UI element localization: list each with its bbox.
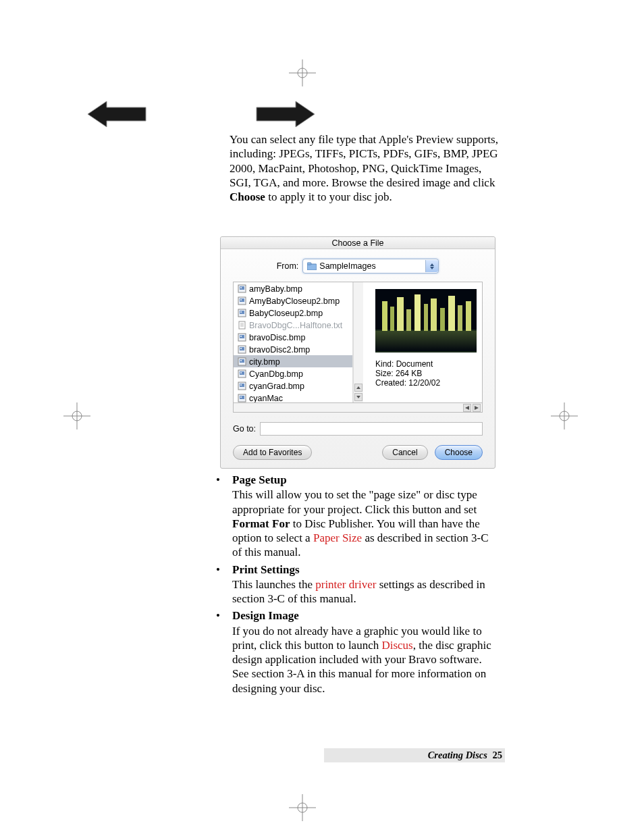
file-row[interactable]: CyanDbg.bmp bbox=[234, 367, 352, 380]
intro-bold: Choose bbox=[230, 190, 265, 203]
bullet-icon: • bbox=[216, 473, 220, 487]
file-list[interactable]: amyBaby.bmpAmyBabyCloseup2.bmpBabyCloseu… bbox=[234, 282, 353, 402]
design-image-heading: Design Image bbox=[232, 608, 500, 623]
from-folder-select[interactable]: SampleImages bbox=[302, 259, 439, 273]
svg-rect-53 bbox=[414, 294, 421, 331]
file-row[interactable]: BabyCloseup2.bmp bbox=[234, 307, 352, 319]
goto-label: Go to: bbox=[233, 424, 256, 434]
file-row[interactable]: amyBaby.bmp bbox=[234, 282, 352, 294]
bullet-icon: • bbox=[216, 608, 220, 623]
from-folder-value: SampleImages bbox=[319, 261, 375, 271]
image-file-icon bbox=[238, 369, 246, 378]
svg-rect-51 bbox=[397, 297, 404, 331]
svg-point-34 bbox=[240, 348, 242, 349]
file-name: BabyCloseup2.bmp bbox=[249, 309, 323, 318]
svg-rect-39 bbox=[240, 371, 244, 375]
file-name: CyanDbg.bmp bbox=[249, 369, 303, 379]
svg-rect-59 bbox=[466, 301, 471, 331]
svg-rect-20 bbox=[240, 298, 244, 302]
svg-rect-23 bbox=[240, 311, 244, 314]
scroll-right-icon[interactable] bbox=[473, 404, 481, 412]
image-file-icon bbox=[238, 382, 246, 390]
file-name: bravoDisc.bmp bbox=[249, 333, 305, 342]
svg-point-43 bbox=[240, 384, 242, 386]
file-row[interactable]: BravoDbgC...Halftone.txt bbox=[234, 319, 352, 331]
intro-tail: to apply it to your disc job. bbox=[265, 190, 392, 203]
add-to-favorites-button[interactable]: Add to Favorites bbox=[233, 445, 312, 460]
horizontal-scrollbar[interactable] bbox=[233, 403, 483, 413]
file-row[interactable]: cyanMac bbox=[234, 392, 352, 402]
file-row[interactable]: bravoDisc2.bmp bbox=[234, 343, 352, 355]
svg-rect-50 bbox=[390, 307, 394, 331]
prev-page-arrow[interactable] bbox=[88, 100, 147, 128]
svg-point-18 bbox=[240, 287, 242, 288]
crop-mark-bottom bbox=[289, 794, 316, 821]
crop-mark-left bbox=[63, 402, 90, 429]
svg-rect-52 bbox=[406, 309, 411, 331]
svg-rect-33 bbox=[240, 347, 244, 350]
discus-link[interactable]: Discus bbox=[381, 639, 412, 652]
footer-section: Creating Discs bbox=[428, 750, 487, 760]
file-name: city.bmp bbox=[249, 357, 280, 367]
choose-file-dialog: Choose a File From: SampleImages amyBaby… bbox=[220, 236, 495, 469]
svg-rect-55 bbox=[431, 298, 437, 331]
image-file-icon bbox=[238, 284, 246, 293]
text-file-icon bbox=[238, 321, 246, 330]
printer-driver-link[interactable]: printer driver bbox=[315, 578, 376, 591]
svg-rect-45 bbox=[240, 396, 244, 399]
file-row[interactable]: city.bmp bbox=[234, 355, 352, 367]
file-row[interactable]: cyanGrad.bmp bbox=[234, 380, 352, 392]
file-row[interactable]: AmyBabyCloseup2.bmp bbox=[234, 294, 352, 307]
intro-text: You can select any file type that Apple'… bbox=[230, 133, 498, 189]
bullet-list: • Page Setup This will allow you to set … bbox=[216, 473, 500, 698]
stepper-icon bbox=[425, 260, 438, 272]
bullet-icon: • bbox=[216, 563, 220, 577]
cancel-button[interactable]: Cancel bbox=[382, 445, 427, 460]
svg-point-40 bbox=[240, 372, 242, 373]
preview-pane: Kind: Document Size: 264 KB Created: 12/… bbox=[363, 282, 482, 402]
design-image-item: • Design Image If you do not already hav… bbox=[216, 608, 500, 696]
file-name: BravoDbgC...Halftone.txt bbox=[249, 321, 342, 330]
image-file-icon bbox=[238, 296, 246, 305]
svg-rect-36 bbox=[240, 359, 244, 363]
image-file-icon bbox=[238, 394, 246, 402]
svg-marker-13 bbox=[257, 101, 315, 127]
page-footer: Creating Discs 25 bbox=[324, 748, 505, 762]
file-row[interactable]: bravoDisc.bmp bbox=[234, 331, 352, 343]
svg-marker-12 bbox=[88, 101, 146, 127]
choose-button[interactable]: Choose bbox=[435, 445, 483, 460]
print-settings-item: • Print Settings This launches the print… bbox=[216, 563, 500, 606]
svg-rect-49 bbox=[382, 301, 387, 331]
file-name: AmyBabyCloseup2.bmp bbox=[249, 296, 340, 306]
preview-size: Size: 264 KB bbox=[375, 369, 477, 378]
dialog-title: Choose a File bbox=[221, 237, 495, 249]
svg-rect-57 bbox=[448, 296, 455, 331]
file-list-scrollbar[interactable] bbox=[353, 282, 363, 402]
image-file-icon bbox=[238, 309, 246, 317]
file-browser: amyBaby.bmpAmyBabyCloseup2.bmpBabyCloseu… bbox=[233, 282, 483, 403]
scroll-left-icon[interactable] bbox=[463, 404, 471, 412]
svg-rect-54 bbox=[424, 304, 428, 331]
next-page-arrow[interactable] bbox=[255, 100, 315, 128]
svg-rect-60 bbox=[375, 331, 477, 351]
scroll-up-icon[interactable] bbox=[354, 384, 363, 392]
preview-created: Created: 12/20/02 bbox=[375, 378, 477, 388]
svg-rect-30 bbox=[240, 335, 244, 338]
folder-icon bbox=[307, 262, 317, 270]
svg-marker-62 bbox=[475, 406, 479, 410]
document-page: You can select any file type that Apple'… bbox=[0, 0, 644, 834]
svg-point-21 bbox=[240, 299, 242, 301]
image-file-icon bbox=[238, 333, 246, 342]
image-file-icon bbox=[238, 345, 246, 354]
goto-input[interactable] bbox=[260, 422, 483, 436]
file-name: bravoDisc2.bmp bbox=[249, 345, 310, 355]
svg-point-24 bbox=[240, 311, 242, 313]
file-name: cyanMac bbox=[249, 394, 283, 403]
svg-rect-56 bbox=[440, 308, 445, 331]
paper-size-link[interactable]: Paper Size bbox=[313, 531, 362, 544]
page-setup-item: • Page Setup This will allow you to set … bbox=[216, 473, 500, 560]
file-name: amyBaby.bmp bbox=[249, 284, 302, 294]
page-setup-heading: Page Setup bbox=[232, 473, 500, 487]
print-settings-heading: Print Settings bbox=[232, 563, 500, 577]
scroll-down-icon[interactable] bbox=[354, 393, 363, 401]
